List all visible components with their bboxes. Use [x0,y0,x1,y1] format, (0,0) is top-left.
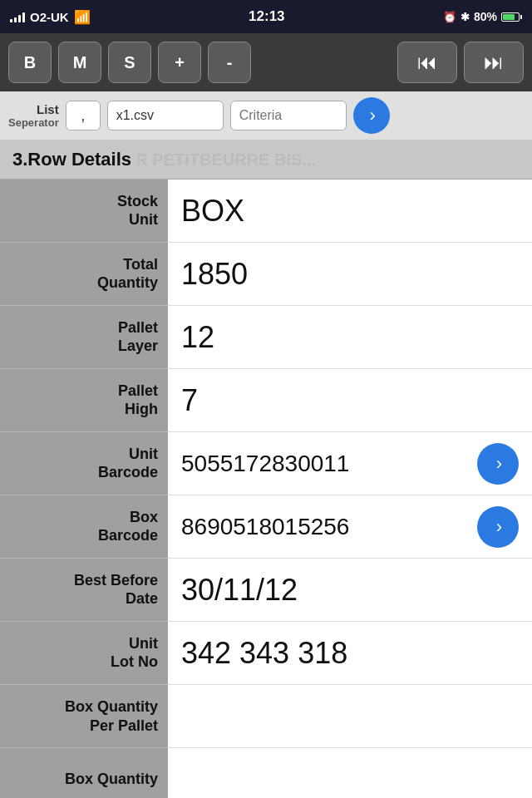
row-details-bg-text: ER PETITBEURRE BIS... [125,150,316,169]
toolbar: B M S + - ⏮ ⏭ [0,33,532,91]
btn-s[interactable]: S [108,42,151,83]
battery-label: 80% [474,10,497,23]
value-box-barcode-text: 8690518015256 [181,514,477,540]
unit-barcode-arrow-icon: › [496,453,502,475]
label-stock-unit: Stock Unit [0,180,168,243]
btn-prev[interactable]: ⏮ [397,42,457,83]
signal-icon [10,11,25,22]
carrier-label: O2-UK [30,10,69,24]
row-details-header: 3.Row Details ER PETITBEURRE BIS... [0,140,532,180]
go-arrow-icon: › [370,105,376,126]
value-stock-unit-text: BOX [181,194,519,229]
toolbar-right: ⏮ ⏭ [397,42,524,83]
btn-minus[interactable]: - [208,42,251,83]
value-best-before-text: 30/11/12 [181,573,519,608]
row-pallet-high: Pallet High 7 [0,369,532,432]
prev-icon: ⏮ [417,51,437,74]
value-box-qty [168,748,532,798]
row-box-qty-per-pallet: Box Quantity Per Pallet [0,685,532,748]
value-pallet-layer-text: 12 [181,320,519,355]
content-area: Stock Unit BOX Total Quantity 1850 Palle… [0,180,532,798]
row-pallet-layer: Pallet Layer 12 [0,306,532,369]
label-unit-barcode: Unit Barcode [0,432,168,495]
separator-box[interactable]: , [66,101,101,131]
row-details-title: 3.Row Details [12,149,138,170]
btn-plus[interactable]: + [158,42,201,83]
time-label: 12:13 [249,8,284,25]
row-box-barcode: Box Barcode 8690518015256 › [0,495,532,559]
bluetooth-icon: ✱ [461,11,470,23]
value-total-quantity: 1850 [168,243,532,306]
status-bar: O2-UK 📶 12:13 ⏰ ✱ 80% [0,0,532,33]
label-unit-lot: Unit Lot No [0,622,168,685]
value-unit-lot: 342 343 318 [168,622,532,685]
value-best-before: 30/11/12 [168,559,532,622]
row-stock-unit: Stock Unit BOX [0,180,532,243]
label-total-quantity: Total Quantity [0,243,168,306]
label-pallet-layer: Pallet Layer [0,306,168,369]
value-unit-barcode-text: 5055172830011 [181,451,477,477]
value-pallet-high: 7 [168,369,532,432]
status-left: O2-UK 📶 [10,9,91,25]
value-unit-barcode: 5055172830011 › [168,432,532,495]
row-best-before: Best Before Date 30/11/12 [0,559,532,622]
next-icon: ⏭ [484,51,504,74]
status-right: ⏰ ✱ 80% [443,10,522,23]
label-box-qty: Box Quantity [0,748,168,798]
row-unit-lot: Unit Lot No 342 343 318 [0,622,532,685]
value-pallet-high-text: 7 [181,383,519,418]
value-unit-lot-text: 342 343 318 [181,636,519,671]
toolbar-left: B M S + - [8,42,251,83]
label-box-qty-per-pallet: Box Quantity Per Pallet [0,685,168,748]
alarm-icon: ⏰ [443,11,456,23]
value-stock-unit: BOX [168,180,532,243]
row-box-qty: Box Quantity [0,748,532,798]
unit-barcode-btn[interactable]: › [477,443,519,485]
box-barcode-arrow-icon: › [496,516,502,538]
criteria-input[interactable] [230,101,347,131]
label-best-before: Best Before Date [0,559,168,622]
label-pallet-high: Pallet High [0,369,168,432]
separator-label: Seperator [8,116,59,129]
separator-value: , [81,107,85,125]
filter-bar: List Seperator , › [0,91,532,140]
value-total-quantity-text: 1850 [181,257,519,292]
value-box-barcode: 8690518015256 › [168,495,532,559]
value-pallet-layer: 12 [168,306,532,369]
file-input[interactable] [107,101,224,131]
row-total-quantity: Total Quantity 1850 [0,243,532,306]
btn-m[interactable]: M [58,42,101,83]
go-button[interactable]: › [353,97,390,134]
box-barcode-btn[interactable]: › [477,506,519,548]
list-label: List [37,102,59,116]
label-box-barcode: Box Barcode [0,495,168,559]
wifi-icon: 📶 [74,9,91,25]
value-box-qty-per-pallet [168,685,532,748]
btn-b[interactable]: B [8,42,52,83]
row-unit-barcode: Unit Barcode 5055172830011 › [0,432,532,495]
btn-next[interactable]: ⏭ [464,42,524,83]
battery-icon [501,12,522,22]
